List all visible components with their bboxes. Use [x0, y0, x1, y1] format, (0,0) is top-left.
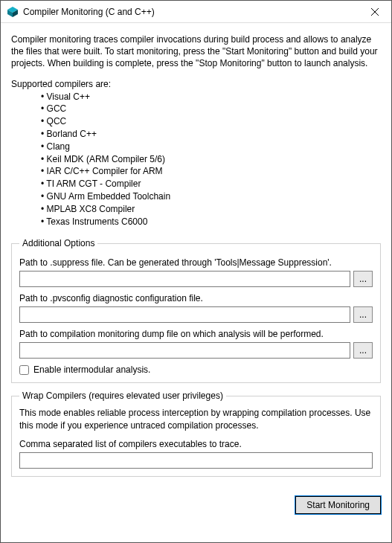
close-button[interactable] [358, 1, 391, 23]
list-item: TI ARM CGT - Compiler [41, 178, 381, 190]
intro-text: Compiler monitoring traces compiler invo… [11, 33, 381, 70]
compilers-list-input[interactable] [19, 452, 373, 469]
dump-browse-button[interactable]: ... [353, 342, 373, 359]
suppress-path-input[interactable] [19, 271, 350, 287]
suppress-path-label: Path to .suppress file. Can be generated… [19, 257, 373, 268]
pvsconfig-browse-button[interactable]: ... [353, 306, 373, 323]
app-icon [7, 6, 19, 18]
wrap-compilers-group: Wrap Compilers (requires elevated user p… [11, 391, 381, 476]
list-item: Borland C++ [41, 128, 381, 141]
list-item: Visual C++ [41, 91, 381, 103]
intermodular-checkbox[interactable] [19, 365, 29, 375]
list-item: GCC [41, 103, 381, 115]
suppress-browse-button[interactable]: ... [353, 271, 373, 287]
supported-compilers-label: Supported compilers are: [11, 79, 381, 89]
pvsconfig-path-input[interactable] [19, 306, 350, 323]
dialog-content: Compiler monitoring traces compiler invo… [1, 23, 391, 492]
list-item: Keil MDK (ARM Compiler 5/6) [41, 153, 381, 166]
compiler-list: Visual C++ GCC QCC Borland C++ Clang Kei… [11, 91, 381, 228]
compilers-list-label: Comma separated list of compilers execut… [19, 439, 373, 449]
dump-path-input[interactable] [19, 342, 350, 359]
titlebar: Compiler Monitoring (C and C++) [1, 1, 391, 23]
wrap-description: This mode enables reliable process inter… [19, 407, 373, 431]
window-title: Compiler Monitoring (C and C++) [23, 7, 358, 17]
additional-options-legend: Additional Options [19, 238, 97, 248]
wrap-compilers-legend: Wrap Compilers (requires elevated user p… [19, 391, 226, 401]
list-item: GNU Arm Embedded Toolchain [41, 190, 381, 203]
additional-options-group: Additional Options Path to .suppress fil… [11, 238, 381, 383]
list-item: IAR C/C++ Compiler for ARM [41, 165, 381, 178]
list-item: Clang [41, 141, 381, 153]
dump-path-label: Path to compilation monitoring dump file… [19, 329, 373, 339]
list-item: QCC [41, 115, 381, 128]
dialog-footer: Start Monitoring [1, 492, 391, 521]
start-monitoring-button[interactable]: Start Monitoring [295, 496, 381, 514]
list-item: Texas Instruments C6000 [41, 216, 381, 228]
pvsconfig-path-label: Path to .pvsconfig diagnostic configurat… [19, 293, 373, 303]
intermodular-label: Enable intermodular analysis. [33, 364, 150, 375]
list-item: MPLAB XC8 Compiler [41, 203, 381, 216]
